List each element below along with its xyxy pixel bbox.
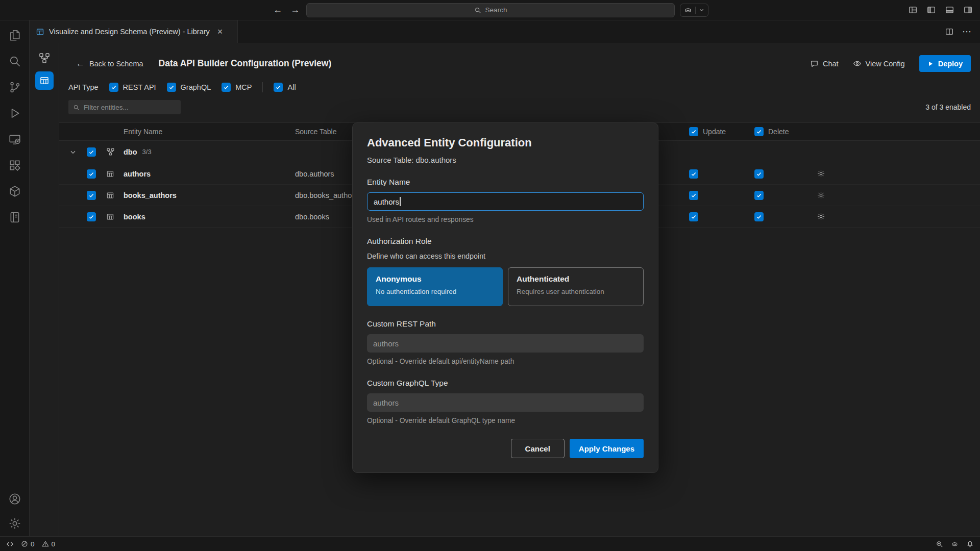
api-type-filters: API Type REST API GraphQL MCP: [59, 72, 980, 92]
delete-checkbox[interactable]: [754, 191, 764, 200]
authorization-role-help: Define who can access this endpoint: [367, 252, 644, 260]
all-checkbox[interactable]: [274, 83, 283, 92]
copilot-button[interactable]: [680, 4, 708, 17]
filter-mcp[interactable]: MCP: [222, 83, 252, 92]
update-checkbox[interactable]: [689, 169, 698, 179]
filter-entities-input[interactable]: Filter entities...: [68, 100, 181, 114]
authorization-role-label: Authorization Role: [367, 237, 644, 246]
table-icon: [106, 191, 114, 199]
tab-bar-empty: [238, 20, 945, 43]
command-center-search[interactable]: Search: [306, 3, 675, 17]
graphql-checkbox[interactable]: [167, 83, 176, 92]
remote-indicator-icon[interactable]: [6, 540, 14, 548]
custom-graphql-type-label: Custom GraphQL Type: [367, 379, 644, 388]
play-icon: [927, 61, 934, 67]
back-arrow-icon: ←: [76, 59, 85, 69]
back-arrow-icon[interactable]: ←: [272, 5, 284, 15]
role-title: Authenticated: [517, 274, 635, 284]
chat-button[interactable]: Chat: [810, 59, 839, 68]
rest-api-label: REST API: [123, 83, 156, 91]
zoom-icon[interactable]: [936, 540, 943, 548]
cancel-button[interactable]: Cancel: [511, 439, 565, 458]
remote-monitor-icon[interactable]: [8, 133, 21, 146]
copilot-icon[interactable]: [951, 540, 959, 548]
explorer-icon[interactable]: [8, 29, 21, 42]
search-icon[interactable]: [8, 55, 21, 68]
notebook-icon[interactable]: [8, 211, 21, 224]
filter-rest-api[interactable]: REST API: [109, 83, 156, 92]
row-settings-gear-icon[interactable]: [817, 169, 825, 178]
warning-count: 0: [52, 540, 56, 548]
panel-right-icon[interactable]: [963, 5, 973, 15]
custom-rest-path-input[interactable]: authors: [367, 334, 644, 353]
schema-designer-icon: [36, 28, 44, 36]
designer-toolbar: [30, 43, 59, 536]
update-all-checkbox[interactable]: [689, 127, 698, 136]
row-settings-gear-icon[interactable]: [817, 191, 825, 199]
filter-all[interactable]: All: [274, 83, 296, 92]
role-option-authenticated[interactable]: Authenticated Requires user authenticati…: [508, 267, 644, 306]
schema-icon: [106, 147, 115, 156]
chat-icon: [810, 59, 819, 68]
apply-changes-button[interactable]: Apply Changes: [570, 439, 644, 458]
back-to-schema-link[interactable]: ← Back to Schema: [76, 59, 143, 69]
row-select-checkbox[interactable]: [87, 191, 96, 200]
back-label: Back to Schema: [89, 60, 143, 68]
custom-graphql-type-input[interactable]: authors: [367, 393, 644, 412]
cube-icon[interactable]: [8, 185, 21, 198]
divider: [262, 82, 263, 92]
delete-checkbox[interactable]: [754, 169, 764, 179]
close-icon[interactable]: ×: [217, 27, 223, 36]
role-title: Anonymous: [376, 274, 494, 284]
custom-rest-path-help: Optional - Override default api/entityNa…: [367, 358, 644, 365]
more-actions-icon[interactable]: ⋯: [962, 26, 972, 37]
run-debug-icon[interactable]: [8, 107, 21, 120]
entity-name: authors: [124, 170, 295, 178]
problems-indicator[interactable]: 0 0: [21, 540, 55, 548]
role-option-anonymous[interactable]: Anonymous No authentication required: [367, 267, 503, 306]
split-editor-icon[interactable]: [945, 27, 954, 36]
chevron-down-icon[interactable]: [69, 148, 77, 156]
update-checkbox[interactable]: [689, 212, 698, 221]
panel-bottom-icon[interactable]: [945, 5, 954, 15]
view-config-button[interactable]: View Config: [853, 59, 905, 68]
table-designer-tab[interactable]: [35, 71, 54, 90]
bell-icon[interactable]: [966, 540, 974, 548]
search-icon: [474, 7, 481, 14]
custom-graphql-type-help: Optional - Override default GraphQL type…: [367, 417, 644, 424]
extensions-icon[interactable]: [8, 159, 21, 172]
mcp-label: MCP: [235, 83, 252, 91]
panel-left-icon[interactable]: [926, 5, 936, 15]
delete-checkbox[interactable]: [754, 212, 764, 221]
entity-name: books: [124, 213, 295, 221]
settings-gear-icon[interactable]: [8, 517, 21, 530]
row-settings-gear-icon[interactable]: [817, 212, 825, 221]
text-caret: [400, 197, 401, 206]
entity-name-header: Entity Name: [124, 128, 295, 136]
entity-name-value: authors: [374, 197, 399, 206]
rest-api-checkbox[interactable]: [109, 83, 118, 92]
row-select-checkbox[interactable]: [87, 169, 96, 179]
custom-graphql-type-placeholder: authors: [373, 398, 399, 407]
mcp-checkbox[interactable]: [222, 83, 231, 92]
account-icon[interactable]: [8, 492, 21, 506]
filter-graphql[interactable]: GraphQL: [167, 83, 211, 92]
schema-visualize-icon[interactable]: [38, 52, 51, 64]
forward-arrow-icon[interactable]: →: [289, 5, 301, 15]
search-placeholder: Search: [485, 6, 507, 14]
entity-name-label: Entity Name: [367, 178, 644, 187]
source-control-icon[interactable]: [8, 81, 21, 94]
layout-icon[interactable]: [908, 5, 918, 15]
group-select-checkbox[interactable]: [87, 147, 96, 157]
tab-title: Visualize and Design Schema (Preview) - …: [49, 28, 210, 36]
delete-all-checkbox[interactable]: [754, 127, 764, 136]
api-type-label: API Type: [68, 83, 99, 91]
entity-name-input[interactable]: authors: [367, 192, 644, 211]
titlebar: ← → Search: [0, 0, 980, 20]
error-count: 0: [31, 540, 35, 548]
tab-visualize-design-schema[interactable]: Visualize and Design Schema (Preview) - …: [30, 20, 238, 43]
deploy-button[interactable]: Deploy: [919, 55, 971, 72]
update-checkbox[interactable]: [689, 191, 698, 200]
row-select-checkbox[interactable]: [87, 212, 96, 221]
eye-icon: [853, 59, 862, 68]
